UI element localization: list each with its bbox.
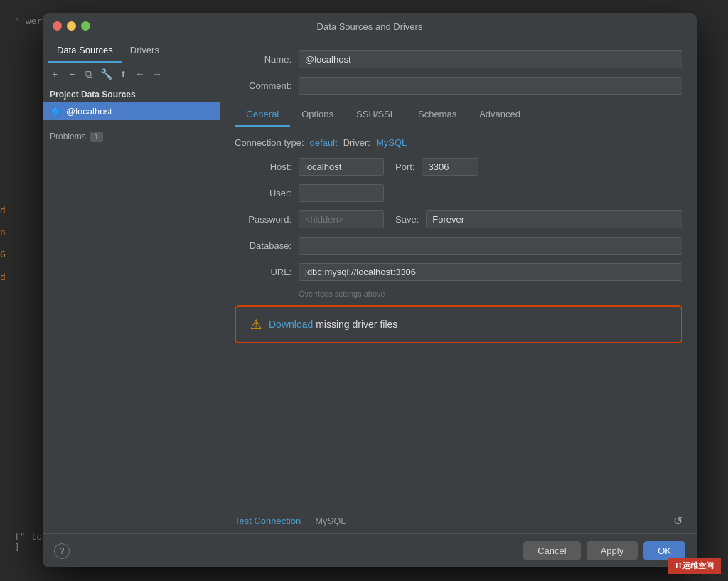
connection-type-row: Connection type: default Driver: MySQL (235, 137, 682, 148)
user-input[interactable] (299, 184, 384, 202)
user-label: User: (235, 188, 299, 198)
section-label: Project Data Sources (43, 85, 220, 102)
database-icon: 🔷 (51, 107, 62, 117)
driver-value[interactable]: MySQL (376, 137, 407, 148)
password-row: Password: Save: Forever (235, 210, 682, 228)
warning-text: Download missing driver files (269, 319, 397, 330)
window-controls (53, 21, 90, 31)
copy-button[interactable]: ⧉ (81, 66, 97, 82)
problems-badge: 1 (90, 132, 103, 142)
connection-type-label: Connection type: (235, 137, 304, 148)
title-bar: Data Sources and Drivers (43, 13, 697, 39)
database-row: Database: (235, 237, 682, 255)
url-hint: Overrides settings above (299, 289, 682, 298)
dialog-title: Data Sources and Drivers (317, 21, 423, 39)
sidebar: Data Sources Drivers + − ⧉ 🔧 ⬆ ← → Proje… (43, 39, 220, 533)
help-button[interactable]: ? (54, 543, 70, 559)
refresh-button[interactable]: ↺ (673, 514, 682, 528)
host-input[interactable] (299, 158, 384, 176)
host-port-row: Host: Port: (235, 158, 682, 176)
tab-options[interactable]: Options (290, 103, 345, 127)
user-row: User: (235, 184, 682, 202)
apply-button[interactable]: Apply (587, 541, 638, 560)
tab-schemas[interactable]: Schemas (407, 103, 468, 127)
moveup-button[interactable]: ⬆ (115, 66, 131, 82)
watermark: IT运维空间 (668, 558, 721, 574)
form-bottom-bar: Test Connection MySQL ↺ (220, 508, 697, 533)
name-input[interactable] (299, 50, 682, 68)
dialog: Data Sources and Drivers Data Sources Dr… (43, 13, 697, 567)
form-tabs: General Options SSH/SSL Schemas Advanced (235, 103, 682, 127)
url-input[interactable] (299, 263, 682, 281)
sidebar-item-label: @localhost (66, 106, 112, 117)
maximize-button[interactable] (81, 21, 90, 31)
tab-ssh-ssl[interactable]: SSH/SSL (345, 103, 407, 127)
download-link[interactable]: Download (269, 319, 313, 330)
save-label: Save: (384, 214, 426, 225)
tab-advanced[interactable]: Advanced (468, 103, 532, 127)
host-label: Host: (235, 161, 299, 172)
close-button[interactable] (53, 21, 62, 31)
dialog-body: Data Sources Drivers + − ⧉ 🔧 ⬆ ← → Proje… (43, 39, 697, 533)
save-value: Forever (426, 210, 682, 228)
remove-button[interactable]: − (64, 66, 80, 82)
port-input[interactable] (422, 158, 478, 176)
arrow-right-button[interactable]: → (149, 66, 165, 82)
add-button[interactable]: + (47, 66, 63, 82)
url-area: URL: Overrides settings above (235, 263, 682, 298)
right-panel: Name: Comment: General Options SSH/SSL S… (220, 39, 697, 533)
test-connection-link[interactable]: Test Connection (235, 516, 301, 526)
arrow-left-button[interactable]: ← (132, 66, 148, 82)
tab-general[interactable]: General (235, 103, 290, 127)
dialog-footer: ? Cancel Apply OK (43, 533, 697, 567)
name-label: Name: (235, 54, 299, 65)
sidebar-code: d n G d (0, 199, 46, 288)
name-row: Name: (235, 50, 682, 68)
url-label: URL: (235, 267, 299, 277)
problems-label: Problems (50, 132, 86, 142)
comment-label: Comment: (235, 80, 299, 91)
problems-section: Problems 1 (43, 129, 220, 144)
comment-row: Comment: (235, 77, 682, 95)
database-input[interactable] (299, 237, 682, 255)
sidebar-item-localhost[interactable]: 🔷 @localhost (43, 102, 220, 120)
driver-label: Driver: (343, 137, 370, 148)
warning-icon: ⚠ (250, 316, 262, 332)
tab-drivers[interactable]: Drivers (122, 39, 168, 63)
tab-data-sources[interactable]: Data Sources (48, 39, 122, 63)
settings-button[interactable]: 🔧 (98, 66, 114, 82)
warning-rest: missing driver files (313, 319, 397, 330)
warning-box: ⚠ Download missing driver files (235, 305, 682, 343)
password-label: Password: (235, 214, 299, 225)
password-input[interactable] (299, 210, 384, 228)
minimize-button[interactable] (67, 21, 76, 31)
comment-input[interactable] (299, 77, 682, 95)
database-label: Database: (235, 240, 299, 251)
connection-type-value[interactable]: default (310, 137, 338, 148)
url-row: URL: (235, 263, 682, 281)
sidebar-tabs: Data Sources Drivers (43, 39, 220, 63)
sidebar-toolbar: + − ⧉ 🔧 ⬆ ← → (43, 63, 220, 85)
cancel-button[interactable]: Cancel (523, 541, 580, 560)
port-label: Port: (384, 161, 422, 172)
db-type-label: MySQL (315, 516, 346, 526)
form-area: Name: Comment: General Options SSH/SSL S… (220, 39, 697, 508)
